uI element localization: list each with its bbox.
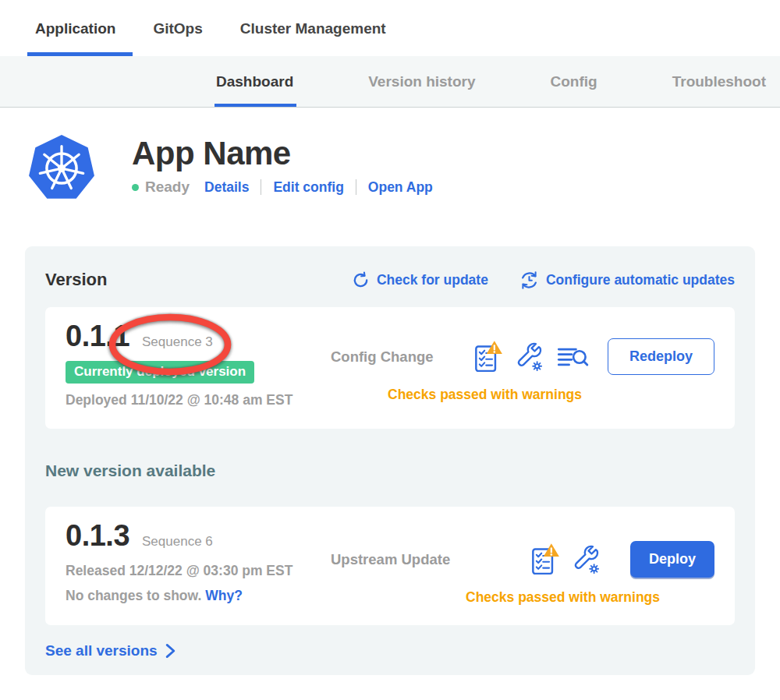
open-app-link[interactable]: Open App	[368, 179, 433, 196]
current-sequence-label: Sequence 3	[142, 334, 213, 349]
change-type-label: Config Change	[331, 348, 434, 366]
app-name-title: App Name	[132, 136, 433, 171]
auto-update-icon	[519, 270, 539, 290]
app-status-row: Ready Details Edit config Open App	[132, 179, 433, 196]
checks-warning-text[interactable]: Checks passed with warnings	[466, 589, 660, 606]
checks-warning-text[interactable]: Checks passed with warnings	[388, 387, 582, 403]
top-tab-application[interactable]: Application	[35, 20, 115, 56]
check-for-update-link[interactable]: Check for update	[352, 271, 488, 289]
new-version-card: 0.1.3 Sequence 6 Released 12/12/22 @ 03:…	[45, 507, 735, 625]
divider	[356, 179, 356, 195]
edit-config-link[interactable]: Edit config	[273, 179, 343, 196]
change-type-label: Upstream Update	[331, 551, 450, 568]
version-panel: Version Check for update	[25, 246, 755, 675]
top-nav: Application GitOps Cluster Management	[0, 0, 780, 56]
no-changes-line: No changes to show. Why?	[66, 588, 331, 604]
refresh-icon	[352, 271, 370, 289]
released-timestamp: Released 12/12/22 @ 03:30 pm EST	[66, 563, 331, 579]
chevron-right-icon	[165, 643, 176, 659]
details-link[interactable]: Details	[204, 179, 249, 196]
configure-automatic-updates-link[interactable]: Configure automatic updates	[519, 270, 735, 290]
edit-config-wrench-icon[interactable]	[571, 544, 601, 575]
currently-deployed-badge: Currently deployed version	[66, 361, 254, 384]
app-status-text: Ready	[145, 179, 190, 196]
preflight-checks-icon[interactable]	[473, 340, 503, 374]
edit-config-wrench-icon[interactable]	[514, 341, 544, 373]
tab-dashboard[interactable]: Dashboard	[216, 73, 293, 107]
next-version-number: 0.1.3	[66, 521, 129, 552]
deploy-button[interactable]: Deploy	[630, 541, 714, 578]
app-header: App Name Ready Details Edit config Open …	[27, 134, 780, 209]
version-panel-title: Version	[45, 270, 107, 290]
top-tab-gitops[interactable]: GitOps	[153, 20, 202, 56]
page: Application GitOps Cluster Management Da…	[0, 0, 780, 700]
divider	[261, 179, 261, 195]
tab-config[interactable]: Config	[551, 73, 597, 107]
view-logs-icon[interactable]	[556, 344, 589, 370]
tab-version-history[interactable]: Version history	[368, 73, 475, 107]
preflight-checks-icon[interactable]	[530, 543, 560, 577]
tab-troubleshoot[interactable]: Troubleshoot	[672, 73, 766, 107]
see-all-versions-link[interactable]: See all versions	[45, 642, 735, 659]
ready-status-dot-icon	[132, 184, 139, 191]
redeploy-button[interactable]: Redeploy	[608, 338, 714, 375]
next-sequence-label: Sequence 6	[142, 534, 213, 550]
deployed-timestamp: Deployed 11/10/22 @ 10:48 am EST	[66, 392, 331, 408]
top-tab-cluster-management[interactable]: Cluster Management	[240, 20, 386, 56]
current-version-card: 0.1.1 Sequence 3 Currently deployed vers…	[45, 307, 735, 429]
version-panel-header: Version Check for update	[45, 270, 735, 290]
kubernetes-logo-icon	[27, 134, 96, 203]
current-version-number: 0.1.1	[66, 321, 129, 352]
why-link[interactable]: Why?	[205, 588, 243, 603]
sub-nav: Dashboard Version history Config Trouble…	[0, 56, 780, 108]
new-version-heading: New version available	[45, 461, 735, 480]
